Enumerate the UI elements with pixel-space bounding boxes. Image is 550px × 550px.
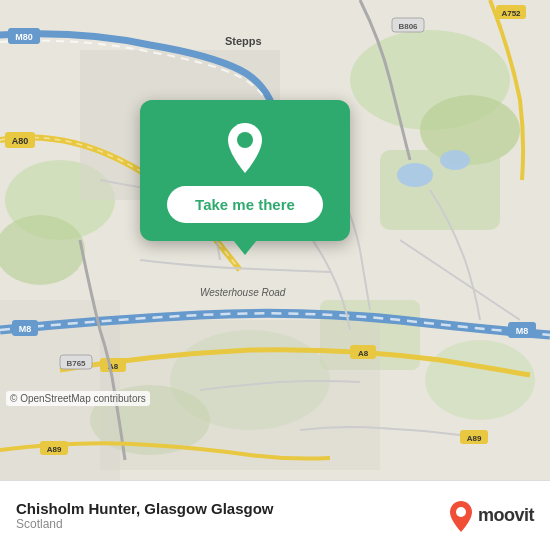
location-sub: Scotland bbox=[16, 517, 274, 531]
svg-text:M80: M80 bbox=[15, 32, 33, 42]
svg-text:A80: A80 bbox=[12, 136, 29, 146]
location-name: Chisholm Hunter, Glasgow Glasgow bbox=[16, 500, 274, 517]
svg-text:M8: M8 bbox=[516, 326, 529, 336]
svg-text:B765: B765 bbox=[66, 359, 86, 368]
bottom-bar: Chisholm Hunter, Glasgow Glasgow Scotlan… bbox=[0, 480, 550, 550]
map-container: M80 A80 M8 M8 A8 A8 B765 A89 A89 bbox=[0, 0, 550, 480]
svg-text:A8: A8 bbox=[358, 349, 369, 358]
svg-text:M8: M8 bbox=[19, 324, 32, 334]
svg-point-39 bbox=[237, 132, 253, 148]
svg-point-11 bbox=[440, 150, 470, 170]
svg-text:A89: A89 bbox=[467, 434, 482, 443]
svg-text:A89: A89 bbox=[47, 445, 62, 454]
svg-point-40 bbox=[456, 507, 466, 517]
svg-point-9 bbox=[425, 340, 535, 420]
take-me-there-button[interactable]: Take me there bbox=[167, 186, 323, 223]
moovit-logo: moovit bbox=[448, 500, 534, 532]
location-info: Chisholm Hunter, Glasgow Glasgow Scotlan… bbox=[16, 500, 274, 531]
location-pin-icon bbox=[223, 121, 267, 175]
moovit-text: moovit bbox=[478, 505, 534, 526]
map-attribution: © OpenStreetMap contributors bbox=[6, 391, 150, 406]
moovit-pin-icon bbox=[448, 500, 474, 532]
svg-text:A752: A752 bbox=[501, 9, 521, 18]
svg-point-10 bbox=[397, 163, 433, 187]
svg-text:Westerhouse Road: Westerhouse Road bbox=[200, 287, 286, 298]
svg-rect-3 bbox=[380, 150, 500, 230]
pin-icon-wrap bbox=[219, 122, 271, 174]
svg-text:B806: B806 bbox=[398, 22, 418, 31]
svg-text:Stepps: Stepps bbox=[225, 35, 262, 47]
navigation-popup: Take me there bbox=[140, 100, 350, 241]
